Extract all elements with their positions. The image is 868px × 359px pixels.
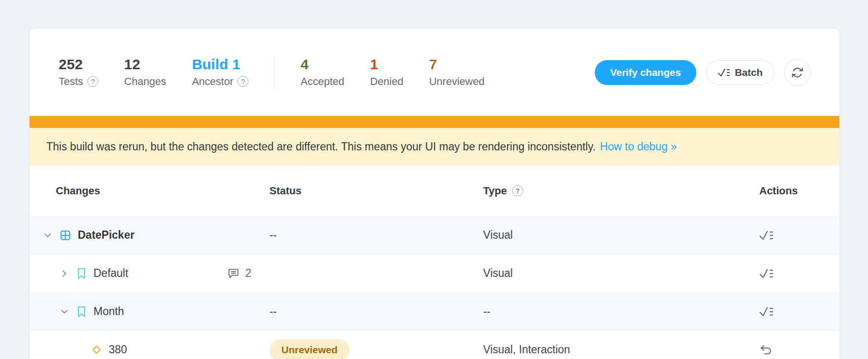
change-diamond-icon	[90, 343, 103, 356]
row-name: 380	[109, 343, 127, 356]
chevron-right-icon[interactable]	[59, 268, 70, 279]
ancestor-build-link[interactable]: Build 1	[192, 56, 248, 73]
column-header-actions: Actions	[730, 185, 839, 197]
how-to-debug-link[interactable]: How to debug »	[600, 140, 677, 153]
bookmark-icon	[76, 268, 87, 279]
unreviewed-label: Unreviewed	[429, 74, 485, 89]
column-header-changes: Changes	[30, 185, 269, 197]
stat-accepted: 4 Accepted	[300, 56, 344, 89]
tests-count: 252	[59, 56, 98, 73]
stat-denied: 1 Denied	[370, 56, 403, 89]
changes-table-header: Changes Status Type ? Actions	[30, 166, 839, 216]
type-help-icon[interactable]: ?	[512, 185, 523, 196]
unreviewed-count: 7	[429, 56, 485, 73]
component-grid-icon	[60, 230, 71, 241]
accepted-label: Accepted	[300, 74, 344, 89]
build-header: 252 Tests ? 12 Changes Build 1 Ancestor …	[30, 29, 839, 116]
denied-label: Denied	[370, 74, 403, 89]
row-name: Month	[93, 305, 124, 318]
chevron-down-icon[interactable]	[42, 230, 53, 241]
stats-divider	[274, 55, 275, 90]
row-type: Visual, Interaction	[483, 343, 730, 356]
stat-tests: 252 Tests ?	[59, 56, 98, 89]
row-type: --	[483, 305, 730, 318]
comment-icon	[227, 267, 239, 279]
verify-changes-button[interactable]: Verify changes	[595, 60, 696, 85]
tests-label: Tests	[59, 74, 83, 89]
stat-ancestor[interactable]: Build 1 Ancestor ?	[192, 56, 248, 89]
stat-changes: 12 Changes	[124, 56, 166, 89]
bookmark-icon	[76, 306, 87, 317]
row-name: Default	[93, 267, 128, 280]
batch-button[interactable]: Batch	[706, 60, 775, 85]
build-summary-card: 252 Tests ? 12 Changes Build 1 Ancestor …	[30, 29, 839, 359]
stat-unreviewed: 7 Unreviewed	[429, 56, 485, 89]
build-stats: 252 Tests ? 12 Changes Build 1 Ancestor …	[59, 55, 485, 90]
table-row-month[interactable]: Month -- --	[30, 292, 839, 330]
ancestor-help-icon[interactable]: ?	[238, 76, 248, 87]
warning-accent-bar	[30, 116, 839, 128]
batch-button-label: Batch	[735, 67, 763, 78]
table-row-380[interactable]: 380 Unreviewed Visual, Interaction	[30, 330, 839, 359]
row-name: DatePicker	[78, 229, 134, 242]
table-row-datepicker[interactable]: DatePicker -- Visual	[30, 216, 839, 254]
ancestor-label: Ancestor	[192, 74, 233, 89]
batch-accept-icon[interactable]	[759, 267, 774, 280]
column-header-type: Type	[483, 185, 507, 197]
rerun-warning-banner: This build was rerun, but the changes de…	[30, 128, 839, 166]
comment-indicator[interactable]: 2	[227, 267, 269, 280]
rerun-sync-icon	[791, 66, 804, 79]
row-type: Visual	[483, 229, 730, 242]
chevron-down-icon[interactable]	[59, 306, 70, 317]
table-row-default[interactable]: Default 2 Visual	[30, 254, 839, 292]
comment-count: 2	[245, 267, 251, 280]
changes-count: 12	[124, 56, 166, 73]
header-actions: Verify changes Batch	[595, 59, 811, 86]
changes-label: Changes	[124, 74, 166, 89]
column-header-status: Status	[269, 185, 483, 197]
row-status: --	[269, 229, 483, 242]
accepted-count: 4	[300, 56, 344, 73]
status-badge: Unreviewed	[269, 339, 350, 359]
batch-accept-icon[interactable]	[759, 306, 774, 318]
rerun-warning-text: This build was rerun, but the changes de…	[46, 140, 596, 153]
row-type: Visual	[483, 267, 730, 280]
denied-count: 1	[370, 56, 403, 73]
undo-icon[interactable]	[759, 343, 773, 357]
tests-help-icon[interactable]: ?	[87, 76, 98, 87]
row-status: --	[269, 305, 483, 318]
rerun-button[interactable]	[784, 59, 811, 86]
batch-accept-icon[interactable]	[759, 229, 774, 242]
batch-icon	[718, 67, 730, 78]
